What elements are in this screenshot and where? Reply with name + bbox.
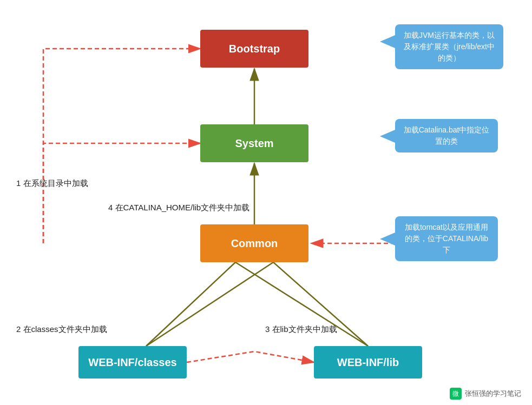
webinf-lib-box: WEB-INF/lib: [314, 346, 422, 379]
wechat-icon: 微: [450, 388, 462, 400]
callout-system-text: 加载Catalina.bat中指定位置的类: [404, 125, 490, 145]
callout-system: 加载Catalina.bat中指定位置的类: [395, 119, 498, 152]
label-2: 2 在classes文件夹中加载: [16, 324, 107, 335]
diagram-container: Bootstrap System Common WEB-INF/classes …: [0, 0, 532, 405]
bootstrap-box: Bootstrap: [200, 30, 308, 68]
webinf-classes-label: WEB-INF/classes: [88, 356, 176, 369]
bootstrap-label: Bootstrap: [229, 43, 280, 55]
svg-line-5: [146, 262, 235, 346]
webinf-lib-label: WEB-INF/lib: [337, 356, 399, 369]
callout-bootstrap-text: 加载JVM运行基本的类，以及标准扩展类（jre/lib/ext中的类）: [404, 31, 495, 62]
label-1: 1 在系统目录中加载: [16, 178, 88, 189]
system-label: System: [235, 137, 273, 150]
label-3: 3 在lib文件夹中加载: [265, 324, 337, 335]
callout-common: 加载tomcat以及应用通用的类，位于CATALINA/lib下: [395, 216, 498, 261]
svg-line-8: [146, 262, 273, 346]
label-4: 4 在CATALINA_HOME/lib文件夹中加载: [108, 203, 249, 213]
callout-common-text: 加载tomcat以及应用通用的类，位于CATALINA/lib下: [405, 223, 488, 254]
callout-bootstrap: 加载JVM运行基本的类，以及标准扩展类（jre/lib/ext中的类）: [395, 24, 503, 69]
watermark: 微 张恒强的学习笔记: [450, 388, 521, 400]
webinf-classes-box: WEB-INF/classes: [78, 346, 187, 379]
system-box: System: [200, 124, 308, 162]
watermark-text: 张恒强的学习笔记: [465, 389, 521, 399]
common-label: Common: [231, 237, 278, 250]
common-box: Common: [200, 224, 308, 262]
